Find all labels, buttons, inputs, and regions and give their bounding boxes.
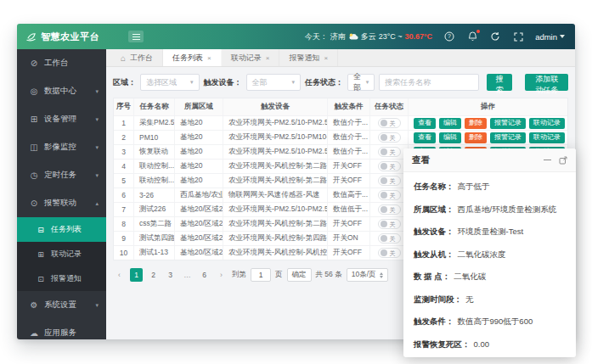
- notification-bell-icon[interactable]: [466, 31, 478, 42]
- cell-device: 农业环境网关-风机控制-风机控制: [223, 246, 328, 260]
- status-toggle[interactable]: 关: [378, 118, 401, 128]
- cloud-service-icon: ☁: [29, 328, 39, 338]
- device-icon: ⊞: [29, 115, 39, 124]
- cell-index: 8: [114, 217, 134, 231]
- prev-page-button[interactable]: ‹: [113, 268, 126, 282]
- status-toggle[interactable]: 关: [378, 132, 401, 143]
- delete-button[interactable]: 删除: [465, 132, 487, 143]
- tab-workbench[interactable]: ⌂ 工作台: [111, 49, 163, 66]
- chevron-down-icon: ▾: [95, 302, 99, 309]
- cell-device: 农业环境网关-风机控制-第四路: [223, 232, 328, 245]
- delete-button[interactable]: 删除: [465, 118, 487, 129]
- close-icon[interactable]: ×: [324, 54, 328, 62]
- collapse-menu-icon[interactable]: [128, 31, 144, 42]
- monitor-icon: ◫: [29, 143, 39, 152]
- cell-task-name: PM10: [134, 131, 175, 144]
- goto-page-input[interactable]: [251, 268, 271, 282]
- cell-condition: 开关OFF: [328, 217, 370, 231]
- task-status-select[interactable]: 全部 ▾: [347, 74, 375, 91]
- linkage-record-button[interactable]: 联动记录: [529, 132, 565, 143]
- cell-region: 基地20: [175, 116, 223, 130]
- field-label-data-point: 数 据 点：: [414, 272, 450, 283]
- cell-operations: 查看 编辑 删除 报警记录 联动记录: [409, 131, 567, 144]
- user-menu[interactable]: admin: [535, 32, 565, 42]
- field-value-trigger-device: 环境质量检测-Test: [458, 227, 524, 238]
- cell-region: 基地20: [175, 131, 223, 144]
- dialog-header: 查看: [403, 148, 576, 172]
- status-toggle[interactable]: 关: [378, 204, 401, 215]
- add-linkage-task-button[interactable]: 添加联动任务: [525, 74, 568, 91]
- region-select[interactable]: 选择区域 ▾: [140, 74, 200, 91]
- tab-alarm-notice[interactable]: 报警通知 ×: [279, 49, 338, 66]
- view-button[interactable]: 查看: [414, 132, 436, 143]
- view-button[interactable]: 查看: [414, 118, 436, 129]
- status-toggle[interactable]: 关: [378, 176, 401, 186]
- page-button-6[interactable]: 6: [198, 268, 211, 282]
- refresh-icon[interactable]: [489, 31, 501, 42]
- cell-task-name: 3-26: [134, 188, 175, 202]
- page-size-select[interactable]: 10条/页: [347, 268, 388, 282]
- status-toggle[interactable]: 关: [378, 248, 401, 258]
- alarm-record-button[interactable]: 报警记录: [490, 132, 526, 143]
- toggle-knob-icon: [381, 192, 387, 199]
- sidebar-subitem-task-list[interactable]: ⊟ 任务列表: [17, 217, 106, 242]
- sidebar-subitem-linkage-records[interactable]: ⊞ 联动记录: [17, 242, 106, 266]
- cell-device: 农业环境网关-PM2.5/10-PM2.5: [223, 116, 328, 130]
- page-button-2[interactable]: 2: [147, 268, 160, 282]
- minimize-icon[interactable]: [543, 156, 551, 165]
- page-button-3[interactable]: 3: [164, 268, 177, 282]
- trigger-device-select[interactable]: 全部 ▾: [246, 74, 301, 91]
- task-list-icon: ⊟: [36, 226, 46, 234]
- clock-icon: ◷: [29, 171, 39, 180]
- sidebar-item-app-services[interactable]: ☁ 应用服务: [17, 319, 106, 339]
- status-toggle[interactable]: 关: [378, 161, 401, 171]
- linkage-record-button[interactable]: 联动记录: [529, 118, 565, 129]
- page-button-1[interactable]: 1: [130, 268, 143, 282]
- status-toggle[interactable]: 关: [378, 219, 401, 229]
- chevron-down-icon: [560, 35, 565, 38]
- sidebar-item-device-mgmt[interactable]: ⊞ 设备管理 ▾: [17, 105, 106, 133]
- cell-region: 基地20/区域20: [175, 217, 223, 231]
- sidebar-item-scheduled-tasks[interactable]: ◷ 定时任务 ▾: [17, 161, 106, 189]
- cell-index: 4: [114, 160, 134, 173]
- chevron-down-icon: ▾: [95, 144, 99, 151]
- cell-task-name: 测试1-13: [134, 246, 175, 260]
- cell-index: 5: [114, 174, 134, 188]
- sidebar-item-system-settings[interactable]: ⚙ 系统设置 ▾: [17, 291, 106, 319]
- status-toggle[interactable]: 关: [378, 190, 401, 200]
- cell-device: 农业环境网关-风机控制-第二路: [223, 217, 328, 231]
- next-page-button[interactable]: ›: [215, 268, 228, 282]
- cell-index: 7: [114, 203, 134, 216]
- status-toggle[interactable]: 关: [378, 233, 401, 244]
- cell-index: 9: [114, 232, 134, 245]
- sidebar-subitem-alarm-notice[interactable]: ⊡ 报警通知: [17, 266, 106, 291]
- sidebar-item-alarm-linkage[interactable]: ⊙ 报警联动 ▴: [17, 189, 106, 217]
- close-icon[interactable]: ×: [266, 54, 270, 62]
- edit-button[interactable]: 编辑: [439, 118, 461, 129]
- cell-status: 关: [370, 116, 409, 130]
- edit-button[interactable]: 编辑: [439, 132, 461, 143]
- tab-task-list[interactable]: 任务列表 ×: [163, 49, 222, 66]
- cell-task-name: css第二路: [134, 217, 175, 231]
- cell-task-name: 采集PM2.5: [134, 116, 175, 130]
- field-label-region: 所属区域：: [414, 204, 454, 216]
- chevron-down-icon: ▾: [288, 79, 296, 86]
- weather-info: 今天：济南 多云 23°C ~ 30.67°C: [305, 31, 433, 42]
- toggle-knob-icon: [381, 120, 387, 126]
- sidebar-item-workbench[interactable]: ⊘ 工作台: [17, 49, 106, 77]
- status-toggle[interactable]: 关: [378, 147, 401, 157]
- search-button[interactable]: 搜索: [487, 74, 512, 91]
- col-region: 所属区域: [175, 98, 223, 115]
- sidebar-item-data-center[interactable]: ◎ 数据中心 ▾: [17, 77, 106, 105]
- alarm-record-button[interactable]: 报警记录: [490, 118, 526, 129]
- help-icon[interactable]: ?: [443, 31, 455, 42]
- confirm-page-button[interactable]: 确定: [287, 268, 312, 282]
- maximize-icon[interactable]: [559, 156, 567, 165]
- search-input[interactable]: [379, 74, 479, 91]
- temp-range: 23°C ~: [379, 32, 403, 41]
- chevron-up-icon: ▴: [95, 200, 99, 207]
- fullscreen-icon[interactable]: [512, 31, 524, 42]
- tab-linkage-records[interactable]: 联动记录 ×: [222, 49, 280, 66]
- close-icon[interactable]: ×: [207, 54, 211, 62]
- sidebar-item-video-monitor[interactable]: ◫ 影像监控 ▾: [17, 133, 106, 161]
